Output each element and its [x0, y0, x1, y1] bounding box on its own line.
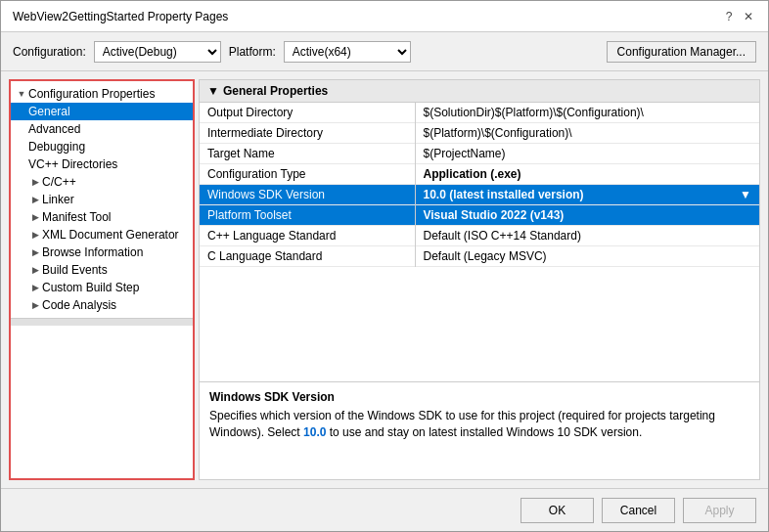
tree-item-label: Manifest Tool [42, 210, 111, 224]
expand-arrow-icon: ▶ [28, 281, 42, 294]
sidebar-item-code-analysis[interactable]: ▶ Code Analysis [11, 296, 193, 314]
prop-value: Visual Studio 2022 (v143) [415, 205, 759, 226]
prop-value: Default (ISO C++14 Standard) [415, 226, 759, 246]
sidebar-item-xml-doc-gen[interactable]: ▶ XML Document Generator [11, 226, 193, 244]
expand-arrow-icon: ▶ [28, 175, 42, 189]
right-panel: ▼ General Properties Output Directory $(… [199, 79, 760, 480]
configuration-label: Configuration: [13, 45, 86, 59]
tree-item-label: Build Events [42, 263, 108, 277]
table-row[interactable]: Output Directory $(SolutionDir)$(Platfor… [200, 103, 759, 123]
tree-item-label: VC++ Directories [28, 157, 117, 171]
highlight-text: 10.0 [303, 425, 326, 439]
table-row[interactable]: C Language Standard Default (Legacy MSVC… [200, 246, 759, 267]
dropdown-arrow-icon: ▼ [740, 188, 751, 201]
configuration-select[interactable]: Active(Debug) [94, 41, 221, 63]
expand-arrow-icon: ▶ [28, 228, 42, 242]
tree-root: ▼ Configuration Properties General Advan… [11, 81, 193, 318]
prop-value: $(ProjectName) [415, 144, 759, 164]
section-title: General Properties [223, 84, 328, 98]
prop-name: Platform Toolset [200, 205, 415, 226]
prop-name: Intermediate Directory [200, 123, 415, 144]
sidebar-item-custom-build-step[interactable]: ▶ Custom Build Step [11, 279, 193, 296]
tree-item-label: C/C++ [42, 175, 76, 189]
collapse-arrow-icon: ▼ [15, 87, 28, 101]
prop-name: C++ Language Standard [200, 226, 415, 246]
section-header: ▼ General Properties [200, 80, 759, 103]
cancel-button[interactable]: Cancel [602, 498, 675, 523]
table-row[interactable]: Intermediate Directory $(Platform)\$(Con… [200, 123, 759, 144]
dialog-title: WebView2GettingStarted Property Pages [13, 10, 228, 23]
expand-arrow-icon: ▶ [28, 193, 42, 206]
tree-item-label: Advanced [28, 122, 80, 136]
tree-item-label: General [28, 105, 70, 118]
expand-arrow-icon: ▶ [28, 245, 42, 259]
table-row[interactable]: Target Name $(ProjectName) [200, 144, 759, 164]
bottom-bar: OK Cancel Apply [1, 488, 768, 531]
table-row-windows-sdk[interactable]: Windows SDK Version 10.0 (latest install… [200, 185, 759, 205]
table-row[interactable]: Configuration Type Application (.exe) [200, 164, 759, 185]
sidebar-item-debugging[interactable]: Debugging [11, 138, 193, 155]
prop-name: Configuration Type [200, 164, 415, 185]
tree-item-config-properties[interactable]: ▼ Configuration Properties [11, 85, 193, 103]
help-button[interactable]: ? [721, 9, 737, 24]
expand-arrow-icon: ▶ [28, 210, 42, 224]
info-panel: Windows SDK Version Specifies which vers… [200, 381, 759, 479]
tree-item-label: Custom Build Step [42, 281, 139, 294]
sidebar-item-linker[interactable]: ▶ Linker [11, 191, 193, 208]
platform-select[interactable]: Active(x64) [284, 41, 411, 63]
title-bar: WebView2GettingStarted Property Pages ? … [1, 1, 768, 32]
left-panel: ▼ Configuration Properties General Advan… [9, 79, 195, 480]
collapse-section-icon: ▼ [207, 84, 219, 98]
prop-name: Output Directory [200, 103, 415, 123]
tree-item-label: Debugging [28, 140, 85, 154]
ok-button[interactable]: OK [520, 498, 594, 523]
sidebar-item-vcpp-directories[interactable]: VC++ Directories [11, 155, 193, 173]
tree-item-label: Code Analysis [42, 298, 116, 312]
expand-arrow-icon: ▶ [28, 263, 42, 277]
apply-button[interactable]: Apply [683, 498, 756, 523]
properties-area: ▼ General Properties Output Directory $(… [200, 80, 759, 381]
config-manager-button[interactable]: Configuration Manager... [607, 41, 756, 63]
info-text: Specifies which version of the Windows S… [209, 408, 749, 441]
prop-value: $(Platform)\$(Configuration)\ [415, 123, 759, 144]
prop-value: Default (Legacy MSVC) [415, 246, 759, 267]
property-pages-dialog: WebView2GettingStarted Property Pages ? … [0, 0, 769, 532]
expand-arrow-icon: ▶ [28, 298, 42, 312]
sidebar-item-manifest-tool[interactable]: ▶ Manifest Tool [11, 208, 193, 226]
main-content: ▼ Configuration Properties General Advan… [9, 79, 760, 480]
tree-item-label: Linker [42, 193, 74, 206]
properties-table: Output Directory $(SolutionDir)$(Platfor… [200, 103, 759, 267]
platform-label: Platform: [229, 45, 276, 59]
prop-name: C Language Standard [200, 246, 415, 267]
sidebar-item-general[interactable]: General [11, 103, 193, 120]
table-row[interactable]: C++ Language Standard Default (ISO C++14… [200, 226, 759, 246]
sidebar-item-cpp[interactable]: ▶ C/C++ [11, 173, 193, 191]
title-controls: ? ✕ [721, 9, 756, 24]
tree-item-label: Configuration Properties [28, 87, 155, 101]
sidebar-item-advanced[interactable]: Advanced [11, 120, 193, 138]
prop-value: 10.0 (latest installed version) ▼ [415, 185, 759, 205]
sidebar-item-build-events[interactable]: ▶ Build Events [11, 261, 193, 279]
info-title: Windows SDK Version [209, 390, 749, 404]
prop-name: Target Name [200, 144, 415, 164]
prop-name: Windows SDK Version [200, 185, 415, 205]
tree-item-label: XML Document Generator [42, 228, 179, 242]
prop-value: $(SolutionDir)$(Platform)\$(Configuratio… [415, 103, 759, 123]
table-row-platform-toolset[interactable]: Platform Toolset Visual Studio 2022 (v14… [200, 205, 759, 226]
close-button[interactable]: ✕ [741, 9, 756, 24]
toolbar: Configuration: Active(Debug) Platform: A… [1, 32, 768, 71]
sidebar-item-browse-info[interactable]: ▶ Browse Information [11, 244, 193, 261]
prop-value: Application (.exe) [415, 164, 759, 185]
tree-item-label: Browse Information [42, 245, 143, 259]
